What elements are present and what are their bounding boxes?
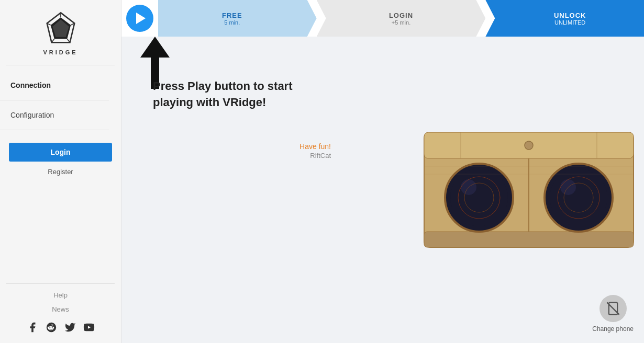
sidebar: VRIDGE Connection Configuration Login Re… (0, 0, 121, 343)
youtube-icon[interactable] (83, 322, 95, 336)
sidebar-item-connection[interactable]: Connection (0, 75, 121, 96)
login-button[interactable]: Login (9, 143, 112, 162)
twitter-icon[interactable] (64, 322, 76, 336)
reddit-icon[interactable] (46, 322, 57, 336)
play-button-container (121, 0, 158, 37)
play-icon (136, 13, 146, 24)
press-play-heading: Press Play button to start playing with … (153, 78, 331, 111)
svg-rect-13 (424, 232, 634, 247)
step-unlock-sub: UNLIMITED (554, 19, 585, 26)
fun-text-area: Have fun! RiftCat (153, 142, 331, 160)
change-phone-label: Change phone (592, 325, 634, 333)
step-free-title: FREE (222, 12, 242, 19)
step-unlock-title: UNLOCK (554, 12, 586, 19)
register-button[interactable]: Register (9, 164, 112, 180)
play-button[interactable] (126, 5, 153, 32)
step-unlock: UNLOCK UNLIMITED (485, 0, 644, 37)
change-phone-button[interactable]: Change phone (592, 295, 634, 333)
divider-4 (6, 283, 115, 284)
sidebar-bottom: Help News (0, 279, 121, 343)
divider-3 (0, 130, 109, 130)
news-link[interactable]: News (52, 302, 69, 316)
phone-off-icon (606, 301, 620, 316)
change-phone-icon (599, 295, 627, 322)
step-free-sub: 5 min. (224, 19, 240, 26)
sidebar-nav: Connection Configuration Login Register (0, 70, 121, 187)
facebook-icon[interactable] (27, 322, 38, 336)
vridge-logo (42, 10, 79, 47)
step-free: FREE 5 min. (158, 0, 317, 37)
divider-2 (0, 100, 109, 100)
progress-bar: FREE 5 min. LOGIN +5 min. UNLOCK UNLIMIT… (121, 0, 644, 37)
social-icons (27, 322, 95, 338)
riftcat-text: RiftCat (310, 152, 331, 159)
svg-point-16 (450, 169, 508, 226)
help-link[interactable]: Help (53, 288, 68, 302)
sidebar-item-configuration[interactable]: Configuration (0, 105, 121, 125)
have-fun-text: Have fun! (153, 142, 331, 151)
divider-1 (6, 65, 115, 65)
step-login-sub: +5 min. (392, 19, 410, 26)
step-login-title: LOGIN (389, 12, 413, 19)
svg-point-27 (525, 141, 533, 150)
logo-area: VRIDGE (42, 0, 79, 61)
step-login: LOGIN +5 min. (317, 0, 486, 37)
cardboard-headset-svg (419, 117, 639, 263)
press-play-section: Press Play button to start playing with … (132, 47, 331, 333)
content-area: Press Play button to start playing with … (121, 37, 644, 343)
main-content: FREE 5 min. LOGIN +5 min. UNLOCK UNLIMIT… (121, 0, 644, 343)
svg-point-21 (550, 169, 607, 226)
logo-text: VRIDGE (43, 49, 77, 55)
